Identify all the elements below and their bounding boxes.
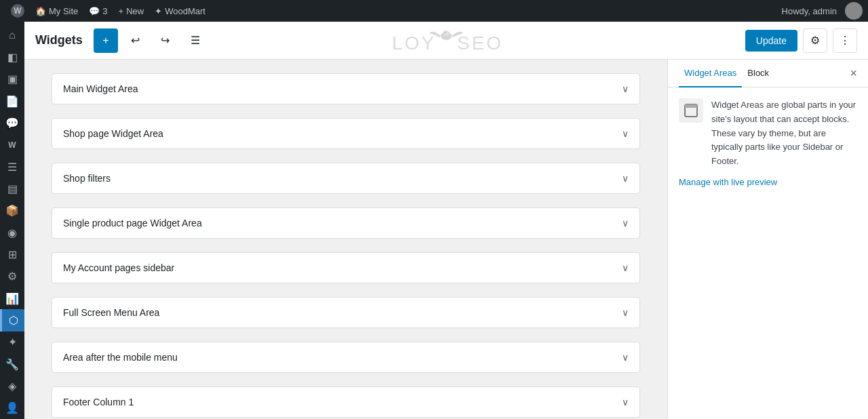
svg-point-1	[443, 31, 450, 36]
comments-item[interactable]: 💬 3	[83, 0, 113, 22]
more-options-button[interactable]: ⋮	[833, 28, 857, 53]
chevron-down-icon-single-product: ∨	[622, 218, 629, 228]
chevron-down-icon-shop-page: ∨	[622, 128, 629, 139]
widget-area-header-shop-filters: Shop filters ∨	[52, 163, 639, 193]
svg-text:SEO: SEO	[457, 33, 503, 54]
editor-title: Widgets	[35, 33, 83, 47]
widget-areas-panel-icon	[679, 98, 703, 123]
widget-area-label-full-screen: Full Screen Menu Area	[63, 307, 159, 318]
comments-count: 3	[102, 6, 107, 16]
sidebar-icon-dashboard[interactable]: ⌂	[0, 24, 24, 46]
sidebar-icon-woo[interactable]: W	[0, 134, 24, 156]
sidebar-icon-media[interactable]: ▣	[0, 68, 24, 90]
editor-toolbar: Widgets + ↩ ↪ ☰ LOY SEO Update ⚙	[24, 22, 868, 60]
sidebar-icon-posts[interactable]: ◧	[0, 46, 24, 68]
widget-area-shop-filters[interactable]: Shop filters ∨	[52, 163, 640, 194]
undo-button[interactable]: ↩	[123, 28, 148, 53]
panel-description-text: Widget Areas are global parts in your si…	[711, 98, 857, 169]
list-view-icon: ☰	[191, 34, 200, 47]
widget-area-my-account[interactable]: My Account pages sidebar ∨	[52, 252, 640, 283]
widget-area-single-product[interactable]: Single product page Widget Area ∨	[52, 207, 640, 239]
close-icon: ×	[850, 66, 857, 81]
right-panel: Widget Areas Block × Widget Areas are gl…	[667, 60, 868, 419]
widget-area-label-single-product: Single product page Widget Area	[63, 218, 202, 228]
svg-text:LOY: LOY	[392, 33, 436, 54]
widget-area-mobile-menu[interactable]: Area after the mobile menu ∨	[52, 342, 640, 373]
sidebar-icon-products[interactable]: 📦	[0, 200, 24, 222]
widget-area-footer-column[interactable]: Footer Column 1 ∨	[52, 386, 640, 418]
chevron-down-icon-main: ∨	[622, 83, 629, 94]
widget-area-label-footer-column: Footer Column 1	[63, 397, 134, 407]
sidebar-icon-analytics[interactable]: ▤	[0, 178, 24, 199]
widget-area-label-shop-filters: Shop filters	[63, 173, 111, 184]
tab-widget-areas[interactable]: Widget Areas	[679, 60, 742, 87]
sidebar-icon-pages[interactable]: 📄	[0, 90, 24, 112]
widget-area-header-shop-page: Shop page Widget Area ∨	[52, 119, 639, 148]
widget-area-full-screen[interactable]: Full Screen Menu Area ∨	[52, 297, 640, 328]
theme-icon: ✦	[155, 6, 162, 16]
sidebar-icon-appearance[interactable]: ◉	[0, 222, 24, 243]
panel-body: Widget Areas are global parts in your si…	[668, 87, 868, 419]
admin-bar-right: Howdy, admin	[776, 2, 863, 20]
redo-icon: ↪	[161, 34, 170, 47]
dots-icon: ⋮	[840, 34, 850, 47]
sidebar-icon-chart[interactable]: 📊	[0, 287, 24, 309]
update-button[interactable]: Update	[745, 30, 797, 52]
admin-bar: W 🏠 My Site 💬 3 + New ✦ WoodMart Howdy, …	[0, 0, 868, 22]
sidebar-icon-widgets[interactable]: ⬡	[0, 309, 24, 331]
avatar[interactable]	[845, 2, 863, 20]
toolbar-right: Update ⚙ ⋮	[745, 28, 857, 53]
howdy-text: Howdy, admin	[776, 6, 842, 16]
sidebar-icon-settings[interactable]: ⚙	[0, 266, 24, 287]
widget-area-header-mobile-menu: Area after the mobile menu ∨	[52, 342, 639, 372]
new-label: New	[126, 6, 144, 16]
widget-area-shop-page[interactable]: Shop page Widget Area ∨	[52, 118, 640, 149]
sidebar-icon-tools[interactable]: 🔧	[0, 353, 24, 375]
new-item[interactable]: + New	[113, 0, 150, 22]
tab-block[interactable]: Block	[742, 60, 774, 87]
theme-label: WoodMart	[165, 6, 205, 16]
left-sidebar: ⌂ ◧ ▣ 📄 💬 W ☰ ▤ 📦 ◉ ⊞ ⚙ 📊 ⬡ ✦ 🔧 ◈ 👤	[0, 22, 24, 419]
chevron-down-icon-mobile-menu: ∨	[622, 352, 629, 363]
widget-area-header-my-account: My Account pages sidebar ∨	[52, 253, 639, 283]
panel-tabs: Widget Areas Block ×	[668, 60, 868, 87]
settings-gear-button[interactable]: ⚙	[803, 28, 827, 53]
widget-area-label-main: Main Widget Area	[63, 83, 138, 94]
redo-button[interactable]: ↪	[153, 28, 178, 53]
sidebar-icon-orders[interactable]: ☰	[0, 156, 24, 178]
svg-point-2	[444, 31, 446, 33]
add-block-button[interactable]: +	[94, 28, 118, 53]
widget-area-label-my-account: My Account pages sidebar	[63, 262, 174, 273]
widget-area-header-footer-column: Footer Column 1 ∨	[52, 387, 639, 417]
widget-area-main[interactable]: Main Widget Area ∨	[52, 73, 640, 104]
theme-item[interactable]: ✦ WoodMart	[149, 0, 211, 22]
sidebar-icon-plugins[interactable]: ⊞	[0, 243, 24, 265]
widget-area-header-single-product: Single product page Widget Area ∨	[52, 208, 639, 238]
site-name-item[interactable]: 🏠 My Site	[30, 0, 83, 22]
layout-icon-svg	[684, 103, 698, 118]
wp-logo-item[interactable]: W	[5, 0, 30, 22]
editor-logo: LOY SEO	[378, 24, 514, 58]
list-view-button[interactable]: ☰	[183, 28, 208, 53]
sidebar-icon-comments[interactable]: 💬	[0, 112, 24, 134]
undo-icon: ↩	[131, 34, 140, 47]
site-icon: 🏠	[35, 6, 46, 16]
panel-close-button[interactable]: ×	[850, 60, 857, 87]
manage-live-preview-link[interactable]: Manage with live preview	[679, 177, 857, 187]
panel-icon-row: Widget Areas are global parts in your si…	[679, 98, 857, 169]
sidebar-icon-collapse[interactable]: 👤	[0, 397, 24, 419]
gear-icon: ⚙	[810, 34, 820, 47]
widget-area-header-main: Main Widget Area ∨	[52, 74, 639, 104]
logo-svg: LOY SEO	[378, 24, 514, 58]
sidebar-icon-extra1[interactable]: ✦	[0, 332, 24, 353]
svg-rect-6	[685, 104, 697, 108]
sidebar-icon-extra2[interactable]: ◈	[0, 375, 24, 397]
widget-area-header-full-screen: Full Screen Menu Area ∨	[52, 298, 639, 327]
wp-logo-icon: W	[11, 4, 24, 18]
chevron-down-icon-shop-filters: ∨	[622, 173, 629, 184]
chevron-down-icon-footer-column: ∨	[622, 397, 629, 407]
chevron-down-icon-my-account: ∨	[622, 262, 629, 273]
site-name-label: My Site	[49, 6, 78, 16]
plus-add-icon: +	[102, 35, 108, 47]
widget-area-label-mobile-menu: Area after the mobile menu	[63, 352, 178, 363]
